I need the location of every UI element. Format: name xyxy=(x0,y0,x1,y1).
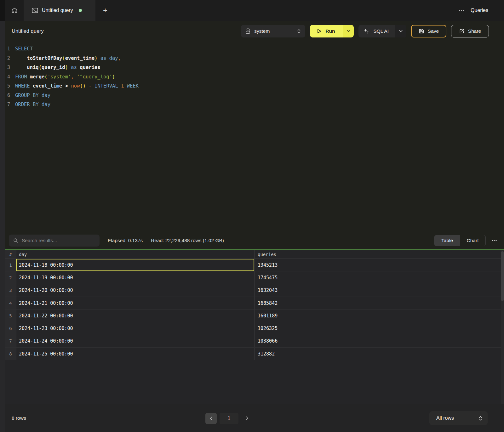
table-row[interactable]: 82024-11-25 00:00:00312882 xyxy=(0,348,504,360)
tab-title: Untitled query xyxy=(42,8,73,13)
code-line[interactable]: 3 uniq(query_id) as queries xyxy=(0,63,504,72)
tab-untitled-query[interactable]: Untitled query xyxy=(24,0,95,21)
code-line[interactable]: 1SELECT xyxy=(0,44,504,54)
table-body: 12024-11-18 00:00:00134521322024-11-19 0… xyxy=(0,259,504,360)
cell-queries[interactable]: 1685842 xyxy=(255,297,504,309)
column-header-day[interactable]: day xyxy=(16,250,255,259)
code-line[interactable]: 4FROM merge('system', '^query_log') xyxy=(0,72,504,82)
save-button-label: Save xyxy=(428,28,439,34)
home-button[interactable] xyxy=(5,0,24,21)
results-table: # day queries 12024-11-18 00:00:00134521… xyxy=(0,250,504,404)
code-text: GROUP BY day xyxy=(15,91,50,100)
cell-day[interactable]: 2024-11-22 00:00:00 xyxy=(16,310,255,322)
cell-day-selected[interactable]: 2024-11-18 00:00:00 xyxy=(16,259,255,271)
sql-ai-options-button[interactable] xyxy=(395,25,406,37)
page-title: Untitled query xyxy=(12,28,44,34)
share-button[interactable]: Share xyxy=(451,25,489,37)
previous-page-button[interactable] xyxy=(205,413,217,424)
chevron-left-icon xyxy=(210,416,213,420)
database-icon xyxy=(245,28,250,34)
left-rail xyxy=(0,21,5,432)
save-icon xyxy=(419,28,424,34)
table-row[interactable]: 32024-11-20 00:00:001632043 xyxy=(0,284,504,297)
view-toggle: TableChart xyxy=(434,235,486,246)
run-button-label: Run xyxy=(325,28,335,34)
cell-queries[interactable]: 1632043 xyxy=(255,284,504,297)
topbar-ellipsis-icon[interactable] xyxy=(459,9,464,11)
chevron-right-icon xyxy=(246,416,249,420)
run-split-button: Run xyxy=(310,25,354,37)
table-row[interactable]: 72024-11-24 00:00:001038066 xyxy=(0,335,504,348)
code-lines: 1SELECT2 toStartOfDay(event_time) as day… xyxy=(0,44,504,110)
next-page-button[interactable] xyxy=(241,413,253,424)
cell-day[interactable]: 2024-11-24 00:00:00 xyxy=(16,335,255,347)
column-header-queries[interactable]: queries xyxy=(255,250,504,259)
vertical-scrollbar[interactable] xyxy=(501,250,504,404)
cell-day[interactable]: 2024-11-25 00:00:00 xyxy=(16,348,255,360)
cell-day[interactable]: 2024-11-21 00:00:00 xyxy=(16,297,255,309)
scrollbar-thumb[interactable] xyxy=(501,251,504,301)
cell-queries[interactable]: 312882 xyxy=(255,348,504,360)
top-tab-bar: Untitled query + Queries xyxy=(0,0,504,21)
database-select-value: system xyxy=(254,28,270,34)
save-button[interactable]: Save xyxy=(411,25,446,37)
results-ellipsis-icon[interactable] xyxy=(491,240,497,242)
sql-ai-button[interactable]: SQL AI xyxy=(358,25,395,37)
cell-day[interactable]: 2024-11-19 00:00:00 xyxy=(16,271,255,284)
search-results-box[interactable] xyxy=(9,235,100,247)
results-footer: 8 rows 1 All rows xyxy=(0,404,504,432)
sql-ai-button-label: SQL AI xyxy=(373,28,389,34)
cell-queries[interactable]: 1601189 xyxy=(255,310,504,322)
table-row[interactable]: 22024-11-19 00:00:001745475 xyxy=(0,271,504,284)
share-button-label: Share xyxy=(468,28,481,34)
cell-queries[interactable]: 1345213 xyxy=(255,259,504,271)
code-line[interactable]: 6GROUP BY day xyxy=(0,91,504,100)
cell-queries[interactable]: 1026325 xyxy=(255,322,504,334)
cell-queries[interactable]: 1745475 xyxy=(255,271,504,284)
queries-panel-toggle[interactable]: Queries xyxy=(471,8,488,13)
table-row[interactable]: 12024-11-18 00:00:001345213 xyxy=(0,259,504,271)
run-options-button[interactable] xyxy=(343,25,354,37)
select-updown-icon xyxy=(478,416,483,421)
unsaved-changes-dot xyxy=(79,9,82,12)
results-toolbar: Elapsed: 0.137s Read: 22,229,488 rows (1… xyxy=(0,232,504,249)
sql-ai-split-button: SQL AI xyxy=(358,25,406,37)
table-header-row: # day queries xyxy=(0,250,504,259)
new-tab-button[interactable]: + xyxy=(95,0,115,21)
table-row[interactable]: 42024-11-21 00:00:001685842 xyxy=(0,297,504,310)
home-icon xyxy=(11,7,18,14)
page-size-select[interactable]: All rows xyxy=(429,411,488,425)
elapsed-stat: Elapsed: 0.137s xyxy=(108,238,143,243)
cell-day[interactable]: 2024-11-20 00:00:00 xyxy=(16,284,255,297)
code-line[interactable]: 5WHERE event_time > now() - INTERVAL 1 W… xyxy=(0,82,504,91)
cell-queries[interactable]: 1038066 xyxy=(255,335,504,347)
indent-guide xyxy=(21,64,21,72)
database-select[interactable]: system xyxy=(241,25,305,37)
indent-guide xyxy=(21,54,21,63)
read-stat: Read: 22,229,488 rows (1.02 GB) xyxy=(151,238,224,243)
run-button[interactable]: Run xyxy=(310,25,343,37)
search-icon xyxy=(13,238,18,243)
view-tab-chart[interactable]: Chart xyxy=(460,235,485,246)
table-row[interactable]: 62024-11-23 00:00:001026325 xyxy=(0,322,504,335)
query-header: Untitled query system Run xyxy=(0,21,504,41)
code-text: toStartOfDay(event_time) as day, xyxy=(15,54,121,63)
table-row[interactable]: 52024-11-22 00:00:001601189 xyxy=(0,310,504,322)
code-text: ORDER BY day xyxy=(15,100,50,110)
code-text: uniq(query_id) as queries xyxy=(15,63,100,72)
search-results-input[interactable] xyxy=(22,238,95,243)
cell-day[interactable]: 2024-11-23 00:00:00 xyxy=(16,322,255,334)
code-text: WHERE event_time > now() - INTERVAL 1 WE… xyxy=(15,82,139,91)
select-updown-icon xyxy=(297,29,301,34)
sql-editor[interactable]: 1SELECT2 toStartOfDay(event_time) as day… xyxy=(0,41,504,232)
sparkles-icon xyxy=(364,28,369,34)
pagination: 1 xyxy=(205,404,253,432)
page-size-value: All rows xyxy=(436,415,454,421)
code-line[interactable]: 2 toStartOfDay(event_time) as day, xyxy=(0,54,504,63)
view-tab-table[interactable]: Table xyxy=(434,235,460,246)
code-line[interactable]: 7ORDER BY day xyxy=(0,100,504,110)
code-text: FROM merge('system', '^query_log') xyxy=(15,72,115,82)
page-number-button[interactable]: 1 xyxy=(220,413,238,424)
row-count: 8 rows xyxy=(12,415,26,421)
share-icon xyxy=(459,28,465,34)
